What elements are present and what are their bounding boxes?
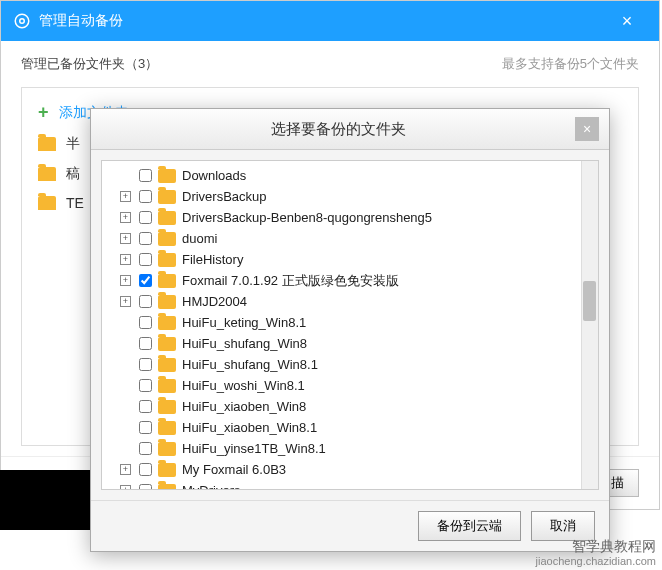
svg-point-0 xyxy=(15,14,29,28)
folder-icon xyxy=(158,337,176,351)
cancel-button[interactable]: 取消 xyxy=(531,511,595,541)
expander-icon[interactable]: + xyxy=(120,464,131,475)
tree-label: HuiFu_xiaoben_Win8 xyxy=(182,399,306,414)
folder-icon xyxy=(38,196,56,210)
tree-label: Downloads xyxy=(182,168,246,183)
folder-icon xyxy=(158,379,176,393)
tree-label: duomi xyxy=(182,231,217,246)
expander-icon[interactable]: + xyxy=(120,254,131,265)
tree-label: FileHistory xyxy=(182,252,243,267)
tree-container: Downloads+DriversBackup+DriversBackup-Be… xyxy=(101,160,599,490)
tree-checkbox[interactable] xyxy=(139,379,152,392)
managed-count-label: 管理已备份文件夹（3） xyxy=(21,55,158,73)
tree-checkbox[interactable] xyxy=(139,358,152,371)
modal-title: 选择要备份的文件夹 xyxy=(101,120,575,139)
tree-row[interactable]: +duomi xyxy=(102,228,598,249)
expander-icon xyxy=(120,380,131,391)
tree-row[interactable]: +DriversBackup xyxy=(102,186,598,207)
folder-icon xyxy=(158,211,176,225)
folder-tree: Downloads+DriversBackup+DriversBackup-Be… xyxy=(102,161,598,490)
scrollbar[interactable] xyxy=(581,161,598,489)
modal-close-icon[interactable]: × xyxy=(575,117,599,141)
tree-row[interactable]: +DriversBackup-Benben8-qugongrensheng5 xyxy=(102,207,598,228)
tree-checkbox[interactable] xyxy=(139,169,152,182)
tree-checkbox[interactable] xyxy=(139,232,152,245)
tree-row[interactable]: HuiFu_keting_Win8.1 xyxy=(102,312,598,333)
tree-label: HuiFu_woshi_Win8.1 xyxy=(182,378,305,393)
tree-label: HMJD2004 xyxy=(182,294,247,309)
expander-icon xyxy=(120,317,131,328)
backup-button[interactable]: 备份到云端 xyxy=(418,511,521,541)
tree-label: HuiFu_shufang_Win8.1 xyxy=(182,357,318,372)
expander-icon[interactable]: + xyxy=(120,296,131,307)
tree-row[interactable]: +MyDrivers xyxy=(102,480,598,490)
folder-icon xyxy=(158,463,176,477)
tree-row[interactable]: +Foxmail 7.0.1.92 正式版绿色免安装版 xyxy=(102,270,598,291)
window-title: 管理自动备份 xyxy=(39,12,607,30)
tree-checkbox[interactable] xyxy=(139,190,152,203)
tree-row[interactable]: HuiFu_woshi_Win8.1 xyxy=(102,375,598,396)
tree-checkbox[interactable] xyxy=(139,421,152,434)
expander-icon xyxy=(120,359,131,370)
tree-row[interactable]: +HMJD2004 xyxy=(102,291,598,312)
folder-icon xyxy=(38,167,56,181)
folder-name: 稿 xyxy=(66,165,80,183)
folder-icon xyxy=(158,316,176,330)
expander-icon xyxy=(120,170,131,181)
tree-row[interactable]: HuiFu_shufang_Win8 xyxy=(102,333,598,354)
folder-icon xyxy=(158,442,176,456)
tree-checkbox[interactable] xyxy=(139,211,152,224)
folder-icon xyxy=(158,232,176,246)
expander-icon[interactable]: + xyxy=(120,233,131,244)
folder-name: 半 xyxy=(66,135,80,153)
expander-icon[interactable]: + xyxy=(120,191,131,202)
watermark: 智学典教程网 jiaocheng.chazidian.com xyxy=(536,538,656,568)
folder-icon xyxy=(158,358,176,372)
watermark-line2: jiaocheng.chazidian.com xyxy=(536,555,656,568)
folder-icon xyxy=(158,274,176,288)
expander-icon[interactable]: + xyxy=(120,212,131,223)
tree-label: HuiFu_xiaoben_Win8.1 xyxy=(182,420,317,435)
tree-checkbox[interactable] xyxy=(139,400,152,413)
tree-checkbox[interactable] xyxy=(139,274,152,287)
tree-checkbox[interactable] xyxy=(139,484,152,490)
folder-icon xyxy=(158,484,176,491)
tree-row[interactable]: +FileHistory xyxy=(102,249,598,270)
folder-icon xyxy=(158,421,176,435)
expander-icon xyxy=(120,338,131,349)
black-band xyxy=(0,470,100,530)
expander-icon[interactable]: + xyxy=(120,275,131,286)
tree-row[interactable]: HuiFu_shufang_Win8.1 xyxy=(102,354,598,375)
subheader: 管理已备份文件夹（3） 最多支持备份5个文件夹 xyxy=(1,41,659,87)
max-hint: 最多支持备份5个文件夹 xyxy=(502,55,639,73)
titlebar: 管理自动备份 × xyxy=(1,1,659,41)
folder-picker-modal: 选择要备份的文件夹 × Downloads+DriversBackup+Driv… xyxy=(90,108,610,552)
tree-checkbox[interactable] xyxy=(139,463,152,476)
scrollbar-thumb[interactable] xyxy=(583,281,596,321)
tree-label: HuiFu_yinse1TB_Win8.1 xyxy=(182,441,326,456)
modal-header: 选择要备份的文件夹 × xyxy=(91,109,609,150)
svg-point-1 xyxy=(20,19,25,24)
tree-row[interactable]: HuiFu_yinse1TB_Win8.1 xyxy=(102,438,598,459)
gear-icon xyxy=(13,12,31,30)
folder-icon xyxy=(158,253,176,267)
plus-icon: + xyxy=(38,102,49,123)
tree-label: DriversBackup-Benben8-qugongrensheng5 xyxy=(182,210,432,225)
tree-row[interactable]: HuiFu_xiaoben_Win8.1 xyxy=(102,417,598,438)
tree-row[interactable]: Downloads xyxy=(102,165,598,186)
tree-checkbox[interactable] xyxy=(139,295,152,308)
tree-checkbox[interactable] xyxy=(139,442,152,455)
tree-checkbox[interactable] xyxy=(139,316,152,329)
close-icon[interactable]: × xyxy=(607,1,647,41)
tree-label: Foxmail 7.0.1.92 正式版绿色免安装版 xyxy=(182,272,399,290)
watermark-line1: 智学典教程网 xyxy=(536,538,656,555)
tree-row[interactable]: HuiFu_xiaoben_Win8 xyxy=(102,396,598,417)
expander-icon xyxy=(120,422,131,433)
tree-checkbox[interactable] xyxy=(139,337,152,350)
expander-icon[interactable]: + xyxy=(120,485,131,490)
expander-icon xyxy=(120,401,131,412)
tree-row[interactable]: +My Foxmail 6.0B3 xyxy=(102,459,598,480)
tree-checkbox[interactable] xyxy=(139,253,152,266)
expander-icon xyxy=(120,443,131,454)
modal-footer: 备份到云端 取消 xyxy=(91,500,609,551)
